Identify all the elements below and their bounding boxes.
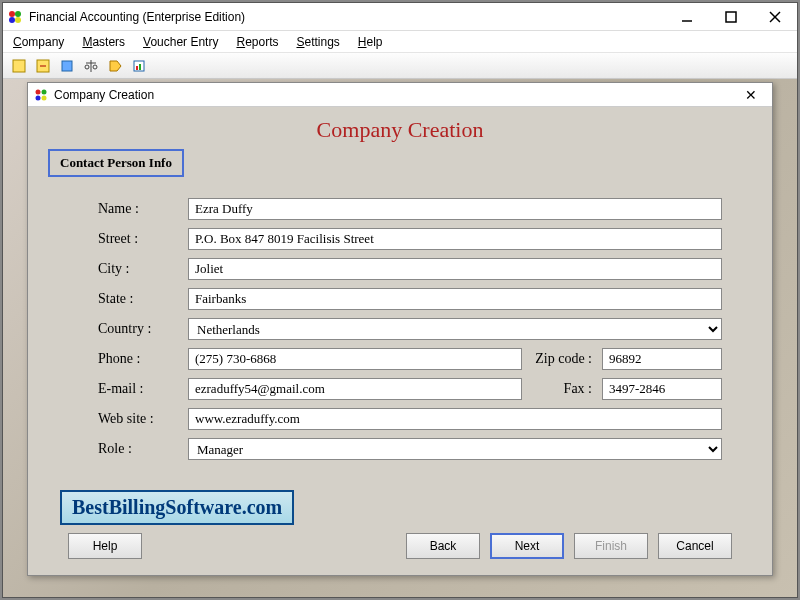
name-field[interactable] [188, 198, 722, 220]
maximize-button[interactable] [713, 5, 749, 29]
label-zipcode: Zip code : [522, 351, 602, 367]
dialog-body: Company Creation Contact Person Info Nam… [28, 107, 772, 575]
svg-point-20 [36, 89, 41, 94]
svg-point-2 [9, 17, 15, 23]
minimize-button[interactable] [669, 5, 705, 29]
toolbar-tag-icon[interactable] [105, 56, 125, 76]
label-country: Country : [98, 321, 188, 337]
svg-rect-8 [13, 60, 25, 72]
website-field[interactable] [188, 408, 722, 430]
cancel-button[interactable]: Cancel [658, 533, 732, 559]
app-title: Financial Accounting (Enterprise Edition… [29, 10, 669, 24]
svg-point-21 [42, 89, 47, 94]
menu-reports[interactable]: Reports [236, 35, 278, 49]
button-row: Help Back Next Finish Cancel [48, 525, 752, 567]
svg-point-22 [36, 95, 41, 100]
svg-point-3 [15, 17, 21, 23]
label-email: E-mail : [98, 381, 188, 397]
svg-point-1 [15, 11, 21, 17]
menu-company[interactable]: Company [13, 35, 64, 49]
toolbar-book-icon[interactable] [57, 56, 77, 76]
svg-rect-11 [62, 61, 72, 71]
finish-button: Finish [574, 533, 648, 559]
toolbar [3, 53, 797, 79]
titlebar: Financial Accounting (Enterprise Edition… [3, 3, 797, 31]
label-street: Street : [98, 231, 188, 247]
svg-rect-5 [726, 12, 736, 22]
svg-point-23 [42, 95, 47, 100]
menu-voucher[interactable]: Voucher Entry [143, 35, 218, 49]
svg-marker-16 [110, 61, 121, 71]
fax-field[interactable] [602, 378, 722, 400]
toolbar-report-icon[interactable] [129, 56, 149, 76]
label-fax: Fax : [522, 381, 602, 397]
country-select[interactable]: Netherlands [188, 318, 722, 340]
city-field[interactable] [188, 258, 722, 280]
watermark: BestBillingSoftware.com [60, 490, 294, 525]
dialog-close-icon[interactable]: ✕ [736, 87, 766, 103]
dialog-icon [34, 88, 48, 102]
label-state: State : [98, 291, 188, 307]
phone-field[interactable] [188, 348, 522, 370]
toolbar-edit-icon[interactable] [33, 56, 53, 76]
svg-point-15 [93, 65, 97, 69]
label-city: City : [98, 261, 188, 277]
tab-contact-person-info[interactable]: Contact Person Info [48, 149, 184, 177]
toolbar-balance-icon[interactable] [81, 56, 101, 76]
street-field[interactable] [188, 228, 722, 250]
app-icon [7, 9, 23, 25]
main-window: Financial Accounting (Enterprise Edition… [2, 2, 798, 598]
window-controls [669, 5, 793, 29]
help-button[interactable]: Help [68, 533, 142, 559]
dialog-heading: Company Creation [48, 117, 752, 143]
zipcode-field[interactable] [602, 348, 722, 370]
company-creation-dialog: Company Creation ✕ Company Creation Cont… [27, 82, 773, 576]
email-field[interactable] [188, 378, 522, 400]
svg-rect-18 [136, 66, 138, 70]
svg-rect-19 [139, 64, 141, 70]
menu-masters[interactable]: Masters [82, 35, 125, 49]
dialog-title: Company Creation [54, 88, 736, 102]
label-role: Role : [98, 441, 188, 457]
label-website: Web site : [98, 411, 188, 427]
label-phone: Phone : [98, 351, 188, 367]
svg-point-0 [9, 11, 15, 17]
back-button[interactable]: Back [406, 533, 480, 559]
next-button[interactable]: Next [490, 533, 564, 559]
form-panel: Name : Street : City : State : [48, 177, 752, 525]
content-area: Company Creation ✕ Company Creation Cont… [3, 79, 797, 597]
toolbar-new-icon[interactable] [9, 56, 29, 76]
close-button[interactable] [757, 5, 793, 29]
menubar: Company Masters Voucher Entry Reports Se… [3, 31, 797, 53]
role-select[interactable]: Manager [188, 438, 722, 460]
menu-settings[interactable]: Settings [296, 35, 339, 49]
label-name: Name : [98, 201, 188, 217]
state-field[interactable] [188, 288, 722, 310]
svg-point-14 [85, 65, 89, 69]
menu-help[interactable]: Help [358, 35, 383, 49]
tab-strip: Contact Person Info [48, 149, 752, 177]
dialog-titlebar: Company Creation ✕ [28, 83, 772, 107]
